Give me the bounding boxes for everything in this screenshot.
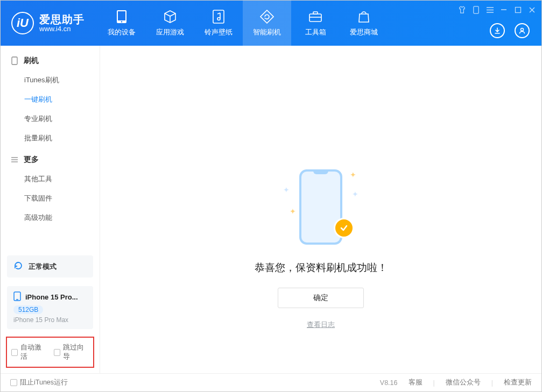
nav-flash[interactable]: 智能刷机 [243, 1, 291, 46]
support-link[interactable]: 客服 [409, 378, 423, 387]
checkbox-icon [54, 349, 60, 356]
top-nav: 我的设备 应用游戏 铃声壁纸 智能刷机 工具箱 爱思商城 [97, 1, 388, 46]
device-full-name: iPhone 15 Pro Max [13, 316, 87, 324]
sidebar-section-title: 刷机 [24, 56, 39, 66]
checkbox-icon [11, 349, 18, 356]
sparkle-icon: ✦ [350, 170, 356, 179]
block-itunes-checkbox[interactable]: 阻止iTunes运行 [10, 378, 68, 387]
footer: 阻止iTunes运行 V8.16 客服 | 微信公众号 | 检查更新 [1, 373, 541, 391]
nav-label: 爱思商城 [350, 27, 378, 37]
version-label: V8.16 [380, 379, 398, 387]
close-button[interactable] [527, 5, 536, 14]
phone-icon[interactable] [471, 5, 480, 14]
app-url: www.i4.cn [39, 25, 85, 33]
highlighted-checkboxes: 自动激活 跳过向导 [6, 337, 94, 368]
view-log-link[interactable]: 查看日志 [307, 320, 335, 330]
nav-store[interactable]: 爱思商城 [340, 1, 388, 46]
iphone-icon [13, 291, 21, 303]
sidebar-item-batch-flash[interactable]: 批量刷机 [1, 129, 100, 148]
svg-rect-13 [515, 7, 520, 12]
music-icon [212, 10, 226, 24]
sync-icon [260, 10, 274, 24]
phone-outline-icon [10, 56, 19, 65]
nav-label: 铃声壁纸 [205, 27, 233, 37]
sidebar-section-title: 更多 [24, 155, 39, 165]
auto-activate-checkbox[interactable]: 自动激活 [11, 343, 46, 361]
logo-area: iU 爱思助手 www.i4.cn [1, 1, 94, 46]
nav-ringtone[interactable]: 铃声壁纸 [194, 1, 243, 46]
svg-rect-5 [309, 14, 321, 22]
wechat-link[interactable]: 微信公众号 [446, 378, 481, 387]
sidebar-item-pro-flash[interactable]: 专业刷机 [1, 109, 100, 129]
nav-label: 工具箱 [305, 27, 326, 37]
sidebar-section-more[interactable]: 更多 [1, 150, 100, 169]
nav-my-device[interactable]: 我的设备 [97, 1, 146, 46]
success-illustration: ✦ ✦ ✦ ✦ [283, 164, 358, 250]
main-content: ✦ ✦ ✦ ✦ 恭喜您，保资料刷机成功啦！ 确定 查看日志 [100, 46, 541, 373]
sidebar: 刷机 iTunes刷机 一键刷机 专业刷机 批量刷机 更多 其他工具 下载固件 … [1, 46, 100, 373]
toolbox-icon [308, 10, 322, 24]
more-lines-icon [10, 156, 19, 163]
sidebar-item-advanced[interactable]: 高级功能 [1, 208, 100, 227]
check-badge-icon [334, 218, 354, 238]
checkbox-label: 跳过向导 [63, 343, 89, 361]
cube-icon [163, 10, 177, 24]
bag-icon [357, 10, 371, 24]
sidebar-section-flash[interactable]: 刷机 [1, 51, 100, 70]
refresh-icon [13, 261, 23, 272]
checkbox-label: 自动激活 [20, 343, 46, 361]
ok-button[interactable]: 确定 [278, 288, 364, 308]
sparkle-icon: ✦ [290, 207, 296, 216]
sparkle-icon: ✦ [283, 186, 290, 194]
nav-label: 应用游戏 [156, 27, 184, 37]
success-message: 恭喜您，保资料刷机成功啦！ [255, 261, 388, 275]
nav-toolbox[interactable]: 工具箱 [291, 1, 340, 46]
nav-label: 智能刷机 [253, 27, 281, 37]
device-name: iPhone 15 Pro... [25, 293, 78, 301]
maximize-button[interactable] [513, 5, 522, 14]
sidebar-item-itunes-flash[interactable]: iTunes刷机 [1, 70, 100, 90]
sidebar-item-oneclick-flash[interactable]: 一键刷机 [1, 90, 100, 109]
sidebar-item-other-tools[interactable]: 其他工具 [1, 169, 100, 189]
status-card[interactable]: 正常模式 [7, 255, 93, 277]
checkbox-label: 阻止iTunes运行 [20, 378, 68, 387]
svg-rect-6 [313, 12, 318, 14]
check-update-link[interactable]: 检查更新 [504, 378, 532, 387]
storage-badge: 512GB [13, 305, 43, 314]
app-name: 爱思助手 [39, 13, 85, 25]
skin-icon[interactable] [457, 5, 466, 14]
user-icon[interactable] [515, 23, 530, 38]
skip-guide-checkbox[interactable]: 跳过向导 [54, 343, 89, 361]
download-icon[interactable] [490, 23, 505, 38]
window-controls [457, 5, 536, 14]
menu-icon[interactable] [485, 5, 494, 14]
svg-rect-3 [213, 10, 224, 23]
device-icon [115, 10, 129, 24]
checkbox-icon [10, 379, 17, 386]
svg-rect-1 [118, 11, 125, 20]
minimize-button[interactable] [499, 5, 508, 14]
svg-point-4 [217, 17, 220, 20]
svg-point-2 [121, 21, 122, 22]
svg-rect-8 [473, 6, 478, 13]
logo-icon: iU [11, 12, 34, 34]
svg-point-16 [521, 28, 524, 31]
sidebar-item-download-firmware[interactable]: 下载固件 [1, 189, 100, 208]
device-card[interactable]: iPhone 15 Pro... 512GB iPhone 15 Pro Max [7, 286, 93, 329]
header: iU 爱思助手 www.i4.cn 我的设备 应用游戏 铃声壁纸 智能刷机 [1, 1, 541, 46]
svg-rect-17 [12, 57, 17, 65]
nav-apps[interactable]: 应用游戏 [146, 1, 194, 46]
nav-label: 我的设备 [108, 27, 136, 37]
status-mode-label: 正常模式 [29, 262, 57, 272]
sparkle-icon: ✦ [352, 190, 358, 198]
